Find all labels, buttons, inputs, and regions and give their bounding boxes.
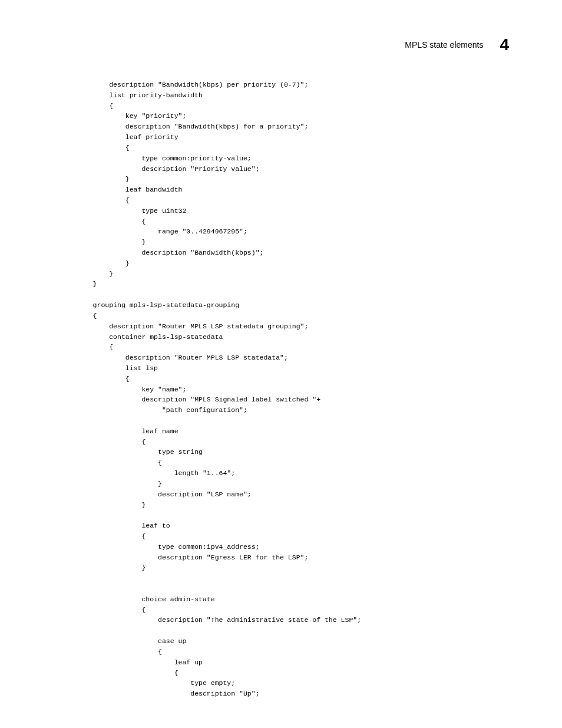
page-header: MPLS state elements 4	[405, 35, 509, 54]
page: MPLS state elements 4 description "Bandw…	[0, 0, 562, 728]
code-block: description "Bandwidth(kbps) per priorit…	[77, 80, 515, 699]
chapter-number: 4	[500, 35, 509, 54]
section-title: MPLS state elements	[405, 40, 483, 50]
